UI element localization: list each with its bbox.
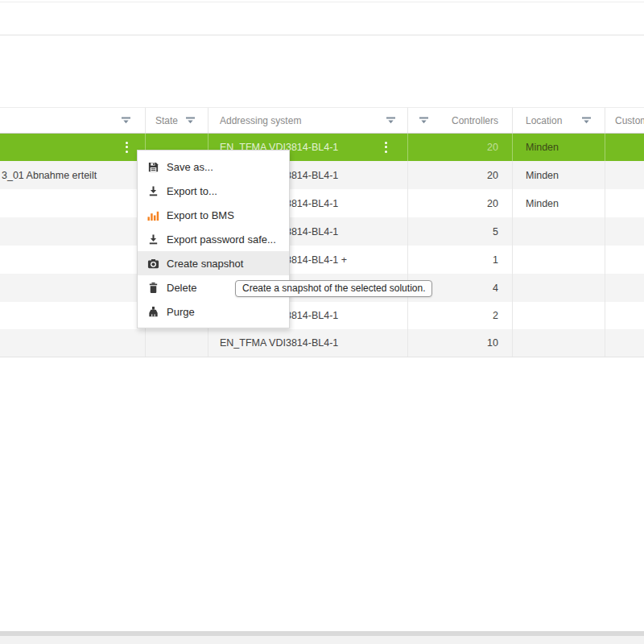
cell-location <box>513 217 605 246</box>
cell-location <box>513 246 605 274</box>
filter-icon[interactable] <box>581 116 592 125</box>
cell-controllers: 2 <box>408 302 513 329</box>
table-row[interactable]: EN_TFMA VDI3814-BL4-1 20 Minden <box>0 189 644 217</box>
controllers-value: 5 <box>493 226 498 237</box>
cell-controllers: 1 <box>408 246 513 274</box>
table-row-selected[interactable]: EN_TFMA VDI3814-BL4-1 20 Minden <box>0 134 644 161</box>
toolbar-divider <box>0 35 644 35</box>
cell-customer <box>605 274 644 302</box>
cell-name <box>0 189 146 217</box>
controllers-value: 20 <box>487 198 498 209</box>
column-header-location[interactable]: Location <box>513 108 605 133</box>
location-value: Minden <box>526 142 559 153</box>
cell-name <box>0 246 146 274</box>
cell-controllers: 5 <box>408 217 513 246</box>
cell-controllers: 20 <box>408 134 513 161</box>
row-context-menu: Save as... Export to... Export to BMS Ex… <box>137 150 290 328</box>
menu-item-label: Delete <box>167 282 197 294</box>
menu-item-label: Export password safe... <box>167 233 276 246</box>
cell-location <box>513 302 605 329</box>
cell-controllers: 10 <box>408 329 513 357</box>
controllers-value: 1 <box>493 254 498 266</box>
column-label: State <box>155 115 178 126</box>
table-row[interactable]: EN_TFMA VDI3814-BL4-1 + 1 <box>0 246 644 274</box>
cell-controllers: 20 <box>408 161 513 189</box>
column-label: Customer <box>615 115 644 126</box>
table-header: State Addressing system Controllers Loca… <box>0 107 644 134</box>
cell-name <box>0 217 146 246</box>
menu-item-purge[interactable]: Purge <box>138 299 289 324</box>
top-divider <box>0 2 644 2</box>
controllers-value: 20 <box>487 142 498 153</box>
table-row[interactable]: EN_TFMA VDI3814-BL4-1 2 <box>0 302 644 329</box>
save-icon <box>146 160 160 174</box>
menu-item-create-snapshot[interactable]: Create snapshot <box>138 251 289 275</box>
table-row[interactable]: 3_01 Abnahme erteilt EN_TFMA VDI3814-BL4… <box>0 161 644 189</box>
addressing-value: EN_TFMA VDI3814-BL4-1 <box>220 337 338 349</box>
cell-customer <box>605 329 644 357</box>
cell-addressing-system: EN_TFMA VDI3814-BL4-1 <box>208 329 408 357</box>
filter-icon[interactable] <box>386 116 396 125</box>
menu-item-export-password-safe[interactable]: Export password safe... <box>138 227 289 251</box>
cell-location <box>513 329 605 357</box>
column-label: Controllers <box>452 115 498 126</box>
cell-name: 3_01 Abnahme erteilt <box>0 161 146 189</box>
tooltip-text: Create a snapshot of the selected soluti… <box>242 283 425 294</box>
cell-customer <box>605 161 644 189</box>
filter-icon[interactable] <box>121 116 131 125</box>
bottom-strip <box>0 636 644 644</box>
menu-item-label: Export to... <box>167 185 217 197</box>
cell-customer <box>605 134 644 161</box>
cell-name <box>0 302 146 329</box>
controllers-value: 2 <box>493 310 498 321</box>
filter-icon[interactable] <box>185 116 196 125</box>
tooltip: Create a snapshot of the selected soluti… <box>235 280 432 297</box>
camera-icon <box>146 257 160 270</box>
download-icon <box>146 184 160 198</box>
menu-item-export-to-bms[interactable]: Export to BMS <box>138 203 289 227</box>
cell-location: Minden <box>513 189 605 217</box>
controllers-value: 4 <box>493 283 498 294</box>
column-header-addressing-system[interactable]: Addressing system <box>208 108 408 133</box>
cell-customer <box>605 302 644 329</box>
column-header-customer[interactable]: Customer <box>605 108 644 133</box>
controllers-value: 10 <box>487 337 498 349</box>
column-label: Location <box>526 115 562 126</box>
broom-icon <box>146 305 160 319</box>
row-actions-kebab-icon[interactable] <box>385 142 387 153</box>
controllers-value: 20 <box>487 170 498 181</box>
table-row[interactable]: EN_TFMA VDI3814-BL4-1 10 <box>0 329 644 357</box>
filter-icon[interactable] <box>419 116 429 125</box>
app-window: State Addressing system Controllers Loca… <box>0 0 644 644</box>
column-header-controllers[interactable]: Controllers <box>408 108 513 133</box>
cell-name <box>0 329 146 357</box>
name-value: 3_01 Abnahme erteilt <box>2 170 97 181</box>
column-header-name[interactable] <box>0 108 146 133</box>
cell-location <box>513 274 605 302</box>
location-value: Minden <box>526 170 559 181</box>
cell-state <box>146 329 208 357</box>
menu-item-save-as[interactable]: Save as... <box>138 155 289 179</box>
table-row[interactable]: EN_TFMA VDI3814-BL4-1 5 <box>0 217 644 246</box>
cell-location: Minden <box>513 161 605 189</box>
menu-item-label: Purge <box>167 306 195 318</box>
menu-item-label: Save as... <box>167 161 213 173</box>
bar-chart-icon <box>146 208 160 222</box>
row-actions-kebab-icon[interactable] <box>126 142 128 153</box>
menu-item-export-to[interactable]: Export to... <box>138 179 289 203</box>
menu-item-label: Create snapshot <box>167 258 243 270</box>
column-header-state[interactable]: State <box>146 108 208 133</box>
download-icon <box>146 233 160 246</box>
cell-location: Minden <box>513 134 605 161</box>
cell-customer <box>605 189 644 217</box>
column-label: Addressing system <box>220 115 301 126</box>
location-value: Minden <box>526 198 559 209</box>
menu-item-label: Export to BMS <box>167 209 234 221</box>
trash-icon <box>146 281 160 295</box>
cell-customer <box>605 217 644 246</box>
cell-controllers: 20 <box>408 189 513 217</box>
cell-name <box>0 134 146 161</box>
cell-name <box>0 274 146 302</box>
cell-customer <box>605 246 644 274</box>
